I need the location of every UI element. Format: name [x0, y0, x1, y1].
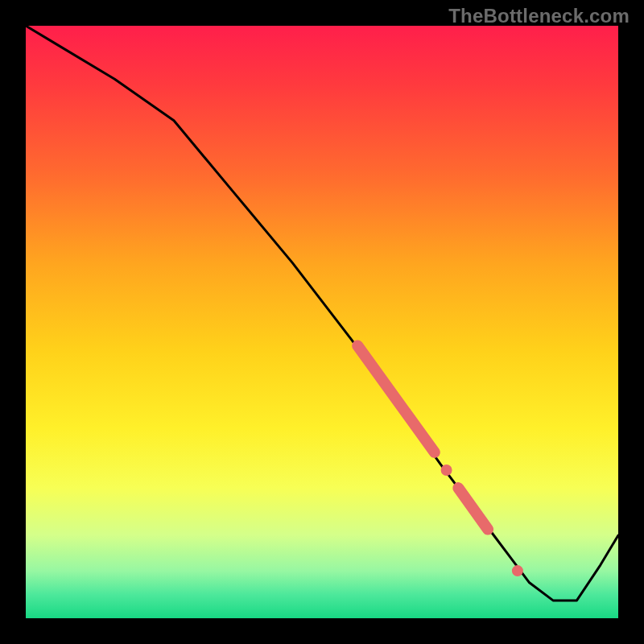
- watermark-label: TheBottleneck.com: [448, 5, 630, 27]
- highlight-dot: [512, 565, 523, 576]
- highlight-dot: [441, 464, 452, 476]
- chart-canvas: TheBottleneck.com: [0, 0, 644, 644]
- plot-area: [26, 26, 618, 618]
- chart-svg: [0, 0, 644, 644]
